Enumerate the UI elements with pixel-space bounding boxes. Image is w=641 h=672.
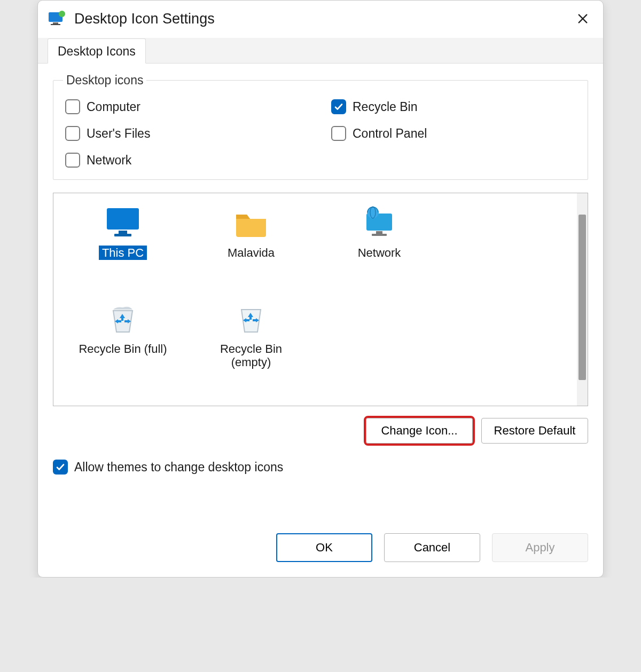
check-label: Network [87, 153, 131, 168]
icon-label: Recycle Bin (full) [75, 342, 170, 356]
scrollbar-thumb[interactable] [579, 215, 586, 380]
change-icon-button[interactable]: Change Icon... [366, 418, 473, 444]
group-legend: Desktop icons [63, 73, 146, 88]
apply-button: Apply [492, 533, 588, 562]
checkbox-icon [331, 126, 346, 141]
check-label: Control Panel [353, 127, 427, 141]
monitor-icon [104, 204, 142, 242]
svg-rect-2 [51, 24, 60, 25]
icon-label: Recycle Bin (empty) [200, 342, 302, 370]
checkbox-icon [53, 460, 68, 475]
checkbox-icon [65, 153, 80, 168]
close-button[interactable] [572, 8, 593, 29]
icon-label: Network [355, 246, 404, 260]
scrollbar[interactable] [577, 193, 588, 406]
tabstrip: Desktop Icons [38, 38, 603, 64]
tab-desktop-icons[interactable]: Desktop Icons [48, 38, 146, 64]
close-icon [577, 13, 589, 25]
check-label: Computer [87, 100, 140, 114]
desktop-icons-group: Desktop icons Computer Recycle Bin User'… [53, 73, 588, 180]
button-label: OK [316, 541, 333, 554]
svg-point-3 [59, 11, 65, 17]
button-label: Change Icon... [381, 424, 457, 437]
icon-item-recycle-full[interactable]: Recycle Bin (full) [59, 297, 187, 393]
check-label: Allow themes to change desktop icons [74, 460, 283, 475]
tab-body: Desktop icons Computer Recycle Bin User'… [38, 64, 603, 480]
recycle-empty-icon [232, 300, 270, 338]
checkbox-icon [65, 126, 80, 141]
network-icon [360, 204, 398, 242]
cancel-button[interactable]: Cancel [384, 533, 480, 562]
desktop-icon-settings-dialog: Desktop Icon Settings Desktop Icons Desk… [37, 0, 604, 578]
svg-rect-4 [107, 208, 139, 230]
svg-point-10 [367, 207, 379, 218]
icon-item-this-pc[interactable]: This PC [59, 201, 187, 297]
allow-themes-check[interactable]: Allow themes to change desktop icons [53, 460, 588, 475]
icon-item-recycle-empty[interactable]: Recycle Bin (empty) [187, 297, 315, 393]
svg-rect-6 [114, 234, 131, 236]
display-settings-icon [48, 9, 67, 28]
icon-preview-list: This PC Malavida [53, 193, 588, 406]
window-title: Desktop Icon Settings [74, 11, 572, 27]
svg-rect-9 [372, 234, 387, 236]
svg-rect-5 [119, 231, 127, 234]
check-recycle-bin[interactable]: Recycle Bin [331, 99, 576, 114]
check-control-panel[interactable]: Control Panel [331, 126, 576, 141]
button-label: Apply [525, 541, 554, 554]
icon-label: Malavida [224, 246, 278, 260]
check-computer[interactable]: Computer [65, 99, 310, 114]
check-label: User's Files [87, 127, 150, 141]
icon-label: This PC [99, 246, 147, 260]
dialog-button-row: OK Cancel Apply [38, 480, 603, 577]
icon-item-malavida[interactable]: Malavida [187, 201, 315, 297]
restore-default-button[interactable]: Restore Default [481, 418, 588, 444]
svg-rect-8 [376, 231, 382, 234]
folder-icon [232, 204, 270, 242]
recycle-full-icon [104, 300, 142, 338]
checkbox-icon [331, 99, 346, 114]
button-label: Restore Default [494, 424, 576, 437]
button-label: Cancel [414, 541, 450, 554]
ok-button[interactable]: OK [276, 533, 372, 562]
check-users-files[interactable]: User's Files [65, 126, 310, 141]
check-network[interactable]: Network [65, 153, 310, 168]
check-label: Recycle Bin [353, 100, 417, 114]
checkbox-icon [65, 99, 80, 114]
icon-item-network[interactable]: Network [315, 201, 443, 297]
svg-rect-1 [53, 22, 58, 24]
tab-label: Desktop Icons [58, 44, 136, 58]
titlebar: Desktop Icon Settings [38, 1, 603, 35]
